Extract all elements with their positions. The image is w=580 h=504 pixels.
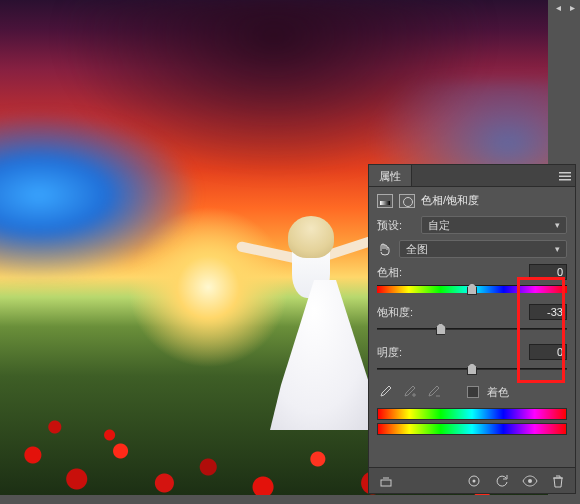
adjustment-type-icon <box>377 194 393 208</box>
channel-select[interactable]: 全图 ▾ <box>399 240 567 258</box>
colorize-label: 着色 <box>487 385 509 400</box>
clip-to-layer-icon[interactable] <box>377 472 395 490</box>
sky-blue-left <box>0 110 200 280</box>
svg-rect-3 <box>381 480 391 486</box>
properties-panel: 属性 色相/饱和度 预设: 自定 ▾ 全 <box>368 164 576 494</box>
lightness-label: 明度: <box>377 345 402 360</box>
target-adjust-icon[interactable] <box>377 241 393 257</box>
panel-tab-properties[interactable]: 属性 <box>369 165 412 186</box>
svg-point-5 <box>473 479 476 482</box>
trash-icon[interactable] <box>549 472 567 490</box>
panel-footer <box>369 467 575 493</box>
panel-menu-icon <box>559 171 571 181</box>
lightness-input[interactable] <box>529 344 567 360</box>
preset-label: 预设: <box>377 218 415 233</box>
colorize-checkbox[interactable] <box>467 386 479 398</box>
svg-rect-2 <box>559 179 571 181</box>
mask-icon[interactable] <box>399 194 415 208</box>
reset-icon[interactable] <box>493 472 511 490</box>
chevron-down-icon: ▾ <box>555 220 560 230</box>
svg-rect-1 <box>559 175 571 177</box>
collapse-panels-right-icon[interactable]: ▸ <box>566 2 578 14</box>
input-spectrum[interactable] <box>377 408 567 420</box>
saturation-label: 饱和度: <box>377 305 413 320</box>
eyedropper-plus-icon[interactable] <box>401 384 417 400</box>
panel-body: 色相/饱和度 预设: 自定 ▾ 全图 ▾ 色相: <box>369 187 575 467</box>
eyedropper-icon[interactable] <box>377 384 393 400</box>
panel-menu-button[interactable] <box>555 165 575 186</box>
collapse-panels-left-icon[interactable]: ◂ <box>552 2 564 14</box>
visibility-icon[interactable] <box>521 472 539 490</box>
hue-slider-row: 色相: <box>377 264 567 294</box>
panel-tabbar: 属性 <box>369 165 575 187</box>
preset-value: 自定 <box>428 218 450 233</box>
eyedropper-minus-icon[interactable] <box>425 384 441 400</box>
view-previous-icon[interactable] <box>465 472 483 490</box>
chevron-down-icon: ▾ <box>555 244 560 254</box>
saturation-input[interactable] <box>529 304 567 320</box>
output-spectrum[interactable] <box>377 423 567 435</box>
adjustment-title: 色相/饱和度 <box>421 193 479 208</box>
svg-rect-0 <box>559 172 571 174</box>
saturation-slider[interactable] <box>377 324 567 334</box>
hue-slider[interactable] <box>377 284 567 294</box>
lightness-slider[interactable] <box>377 364 567 374</box>
saturation-slider-row: 饱和度: <box>377 304 567 334</box>
hue-input[interactable] <box>529 264 567 280</box>
preset-select[interactable]: 自定 ▾ <box>421 216 567 234</box>
svg-point-6 <box>528 479 532 483</box>
lightness-slider-row: 明度: <box>377 344 567 374</box>
lightness-thumb[interactable] <box>467 363 477 375</box>
hue-label: 色相: <box>377 265 402 280</box>
saturation-thumb[interactable] <box>436 323 446 335</box>
channel-value: 全图 <box>406 242 428 257</box>
